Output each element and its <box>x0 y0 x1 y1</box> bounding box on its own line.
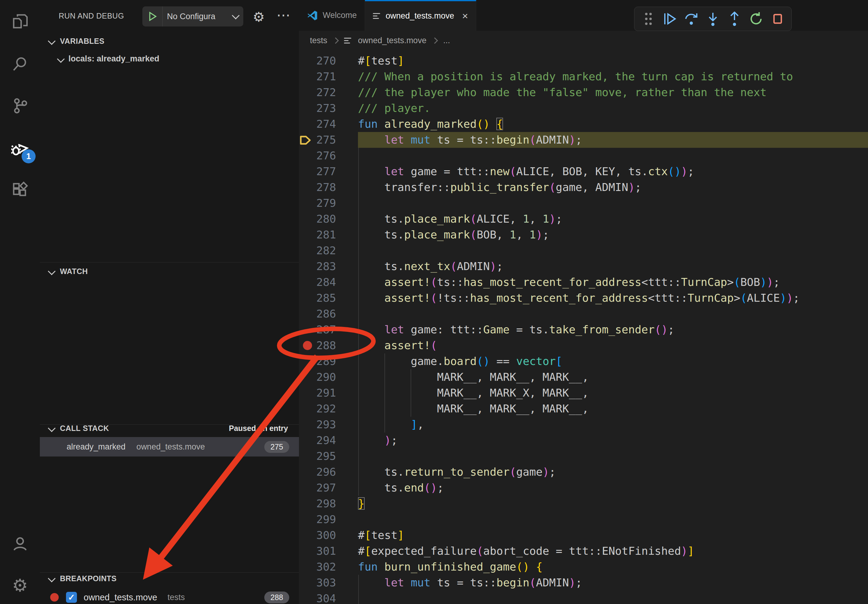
section-watch[interactable]: WATCH <box>40 265 299 278</box>
line-number-288[interactable]: 288 <box>316 338 336 353</box>
search-icon[interactable] <box>0 46 40 82</box>
line-number-274[interactable]: 274 <box>316 116 336 132</box>
code-line-304[interactable] <box>358 591 868 604</box>
code-line-270[interactable]: #[test] <box>358 53 868 69</box>
line-number-281[interactable]: 281 <box>316 227 336 243</box>
code-line-275[interactable]: let mut ts = ts::begin(ADMIN); <box>358 132 868 148</box>
code-line-290[interactable]: MARK__, MARK__, MARK__, <box>358 369 868 385</box>
code-line-289[interactable]: game.board() == vector[ <box>358 353 868 369</box>
step-out-icon[interactable] <box>725 9 744 29</box>
code-line-285[interactable]: assert!(!ts::has_most_recent_for_address… <box>358 290 868 306</box>
line-number-287[interactable]: 287 <box>316 322 336 338</box>
code-line-272[interactable]: /// the player who made the "false" move… <box>358 85 868 101</box>
source-control-icon[interactable] <box>0 88 40 124</box>
line-number-283[interactable]: 283 <box>316 259 336 274</box>
line-number-299[interactable]: 299 <box>316 511 336 527</box>
breadcrumb-folder[interactable]: tests <box>310 36 327 45</box>
breadcrumb[interactable]: tests owned_tests.move ... <box>299 31 868 51</box>
line-number-296[interactable]: 296 <box>316 464 336 480</box>
line-number-295[interactable]: 295 <box>316 448 336 464</box>
line-number-286[interactable]: 286 <box>316 306 336 322</box>
line-number-290[interactable]: 290 <box>316 369 336 385</box>
code-line-282[interactable] <box>358 243 868 259</box>
code-line-284[interactable]: assert!(ts::has_most_recent_for_address<… <box>358 274 868 290</box>
line-number-277[interactable]: 277 <box>316 164 336 180</box>
toolbar-drag-handle[interactable] <box>639 9 658 29</box>
line-number-278[interactable]: 278 <box>316 180 336 195</box>
code-line-292[interactable]: MARK__, MARK__, MARK__, <box>358 401 868 417</box>
code-line-287[interactable]: let game: ttt::Game = ts.take_from_sende… <box>358 322 868 338</box>
line-number-304[interactable]: 304 <box>316 591 336 604</box>
line-number-291[interactable]: 291 <box>316 385 336 401</box>
code-line-280[interactable]: ts.place_mark(ALICE, 1, 1); <box>358 211 868 227</box>
stop-icon[interactable] <box>768 9 787 29</box>
step-into-icon[interactable] <box>704 9 722 29</box>
breakpoint-dot-icon[interactable] <box>303 341 312 350</box>
code-line-295[interactable] <box>358 448 868 464</box>
code-line-276[interactable] <box>358 148 868 164</box>
extensions-icon[interactable] <box>0 172 40 208</box>
code-line-283[interactable]: ts.next_tx(ADMIN); <box>358 259 868 274</box>
section-variables[interactable]: VARIABLES <box>40 34 299 48</box>
breadcrumb-file[interactable]: owned_tests.move <box>358 36 426 45</box>
account-icon[interactable] <box>0 525 40 562</box>
code-line-279[interactable] <box>358 195 868 211</box>
line-number-273[interactable]: 273 <box>316 101 336 116</box>
tab-welcome[interactable]: Welcome <box>299 0 365 31</box>
line-number-270[interactable]: 270 <box>316 53 336 69</box>
line-number-293[interactable]: 293 <box>316 417 336 432</box>
line-number-276[interactable]: 276 <box>316 148 336 164</box>
line-number-292[interactable]: 292 <box>316 401 336 417</box>
run-and-debug-icon[interactable]: 1 <box>0 130 40 166</box>
continue-icon[interactable] <box>660 9 679 29</box>
line-number-302[interactable]: 302 <box>316 559 336 575</box>
code-line-286[interactable] <box>358 306 868 322</box>
tab-owned-tests[interactable]: owned_tests.move × <box>365 0 476 31</box>
line-number-280[interactable]: 280 <box>316 211 336 227</box>
code-line-298[interactable]: } <box>358 496 868 511</box>
breakpoint-checkbox[interactable]: ✓ <box>66 592 77 603</box>
code-line-274[interactable]: fun already_marked() { <box>358 116 868 132</box>
code-line-281[interactable]: ts.place_mark(BOB, 1, 1); <box>358 227 868 243</box>
call-stack-frame-row[interactable]: already_marked owned_tests.move 275 <box>40 437 299 457</box>
code-line-297[interactable]: ts.end(); <box>358 480 868 496</box>
section-call-stack[interactable]: CALL STACK Paused on entry <box>40 421 299 435</box>
breakpoint-row[interactable]: ✓ owned_tests.move tests 288 <box>40 589 299 604</box>
code-line-301[interactable]: #[expected_failure(abort_code = ttt::ENo… <box>358 543 868 559</box>
step-over-icon[interactable] <box>682 9 701 29</box>
code-line-296[interactable]: ts.return_to_sender(game); <box>358 464 868 480</box>
start-debug-icon[interactable] <box>142 6 163 26</box>
line-number-297[interactable]: 297 <box>316 480 336 496</box>
breadcrumb-symbol[interactable]: ... <box>443 36 450 45</box>
line-number-282[interactable]: 282 <box>316 243 336 259</box>
explorer-icon[interactable] <box>0 3 40 40</box>
code-line-302[interactable]: fun burn_unfinished_game() { <box>358 559 868 575</box>
line-number-301[interactable]: 301 <box>316 543 336 559</box>
editor-code-lines[interactable]: #[test]/// When a position is already ma… <box>358 53 868 604</box>
code-line-299[interactable] <box>358 511 868 527</box>
settings-gear-icon[interactable]: ⚙ <box>0 567 40 604</box>
code-line-278[interactable]: transfer::public_transfer(game, ADMIN); <box>358 180 868 195</box>
section-breakpoints[interactable]: BREAKPOINTS <box>40 572 299 585</box>
close-tab-icon[interactable]: × <box>462 10 468 22</box>
line-number-279[interactable]: 279 <box>316 195 336 211</box>
restart-icon[interactable] <box>746 9 766 29</box>
code-line-277[interactable]: let game = ttt::new(ALICE, BOB, KEY, ts.… <box>358 164 868 180</box>
line-number-289[interactable]: 289 <box>316 353 336 369</box>
code-line-271[interactable]: /// When a position is already marked, t… <box>358 69 868 85</box>
line-number-272[interactable]: 272 <box>316 85 336 101</box>
code-line-288[interactable]: assert!( <box>358 338 868 353</box>
line-number-284[interactable]: 284 <box>316 274 336 290</box>
line-number-298[interactable]: 298 <box>316 496 336 511</box>
line-number-294[interactable]: 294 <box>316 432 336 448</box>
line-number-271[interactable]: 271 <box>316 69 336 85</box>
more-actions-icon[interactable]: ⋯ <box>276 7 291 23</box>
code-line-293[interactable]: ], <box>358 417 868 432</box>
code-line-273[interactable]: /// player. <box>358 101 868 116</box>
code-line-300[interactable]: #[test] <box>358 527 868 543</box>
line-number-303[interactable]: 303 <box>316 575 336 591</box>
code-line-291[interactable]: MARK__, MARK_X, MARK__, <box>358 385 868 401</box>
code-line-294[interactable]: ); <box>358 432 868 448</box>
line-number-300[interactable]: 300 <box>316 527 336 543</box>
code-line-303[interactable]: let mut ts = ts::begin(ADMIN); <box>358 575 868 591</box>
